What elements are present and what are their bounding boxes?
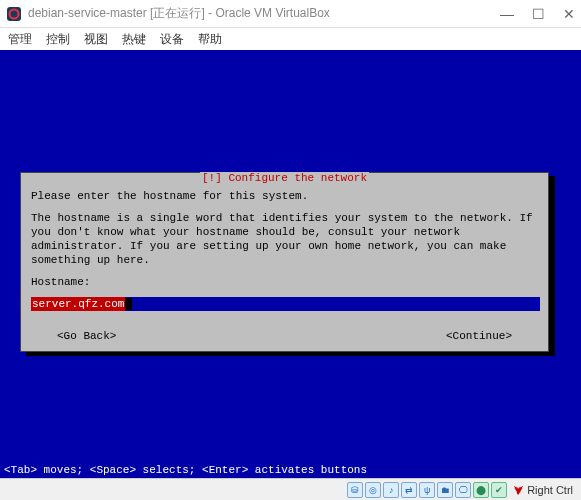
text-cursor	[125, 298, 132, 310]
dialog-box: [!] Configure the network Please enter t…	[20, 172, 549, 352]
menu-control[interactable]: 控制	[46, 31, 70, 48]
go-back-button[interactable]: <Go Back>	[57, 329, 116, 343]
window-title: debian-service-master [正在运行] - Oracle VM…	[28, 5, 500, 22]
close-button[interactable]: ✕	[563, 6, 575, 22]
continue-button[interactable]: <Continue>	[446, 329, 512, 343]
installer-dialog: [!] Configure the network Please enter t…	[20, 172, 555, 352]
menubar: 管理 控制 视图 热键 设备 帮助	[0, 28, 581, 50]
dialog-body: Please enter the hostname for this syste…	[31, 189, 538, 343]
shared-folder-icon[interactable]: 🖿	[437, 482, 453, 498]
audio-icon[interactable]: ♪	[383, 482, 399, 498]
menu-manage[interactable]: 管理	[8, 31, 32, 48]
titlebar: debian-service-master [正在运行] - Oracle VM…	[0, 0, 581, 28]
virtualbox-window: debian-service-master [正在运行] - Oracle VM…	[0, 0, 581, 500]
statusbar: ⛁ ◎ ♪ ⇄ ψ 🖿 🖵 ⬤ ✔ ⮟ Right Ctrl	[0, 478, 581, 500]
display-icon[interactable]: 🖵	[455, 482, 471, 498]
virtualbox-icon	[6, 6, 22, 22]
guest-additions-icon[interactable]: ✔	[491, 482, 507, 498]
recording-icon[interactable]: ⬤	[473, 482, 489, 498]
hostname-value: server.qfz.com	[31, 297, 125, 311]
dialog-title-row: [!] Configure the network	[21, 172, 548, 184]
vm-screen[interactable]: [!] Configure the network Please enter t…	[0, 50, 581, 478]
hostname-label: Hostname:	[31, 275, 538, 289]
host-key-arrow-icon: ⮟	[513, 484, 524, 496]
menu-devices[interactable]: 设备	[160, 31, 184, 48]
menu-hotkeys[interactable]: 热键	[122, 31, 146, 48]
hdd-icon[interactable]: ⛁	[347, 482, 363, 498]
hostname-input[interactable]: server.qfz.com	[31, 297, 540, 311]
dialog-description: The hostname is a single word that ident…	[31, 211, 538, 267]
minimize-button[interactable]: —	[500, 6, 514, 22]
window-controls: — ☐ ✕	[500, 6, 575, 22]
dialog-prompt: Please enter the hostname for this syste…	[31, 189, 538, 203]
usb-icon[interactable]: ψ	[419, 482, 435, 498]
menu-help[interactable]: 帮助	[198, 31, 222, 48]
host-key-label: Right Ctrl	[527, 484, 573, 496]
maximize-button[interactable]: ☐	[532, 6, 545, 22]
optical-icon[interactable]: ◎	[365, 482, 381, 498]
dialog-buttons: <Go Back> <Continue>	[31, 329, 538, 343]
dialog-title: [!] Configure the network	[200, 172, 369, 184]
menu-view[interactable]: 视图	[84, 31, 108, 48]
network-icon[interactable]: ⇄	[401, 482, 417, 498]
host-key-indicator: ⮟ Right Ctrl	[509, 484, 577, 496]
hint-bar: <Tab> moves; <Space> selects; <Enter> ac…	[4, 464, 367, 476]
